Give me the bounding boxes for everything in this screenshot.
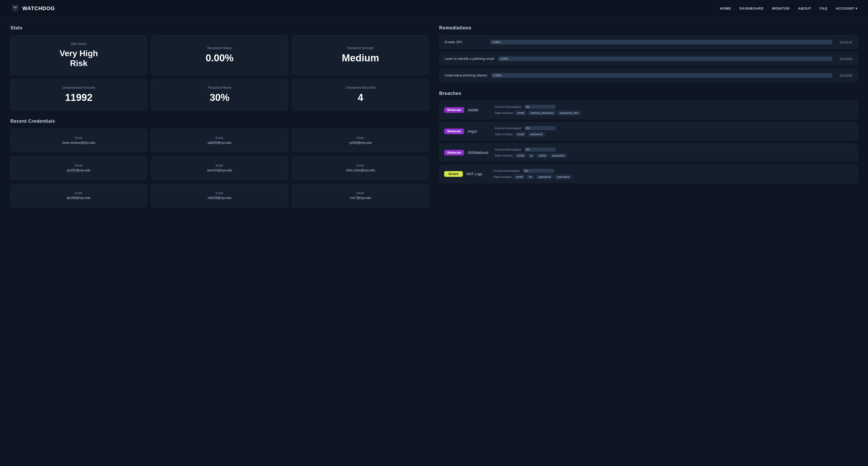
remediation-item-2: Understand phishing attacks 0.00% 0/1204… [439, 69, 858, 82]
nav-monitor[interactable]: MONITOR [772, 6, 790, 10]
breach-data-included-0: Data Included: email hashed_password pas… [495, 111, 852, 115]
breach-data-included-2: Data Included: email ip name password [495, 153, 852, 158]
remediations-title: Remediations [439, 25, 858, 31]
cred-value-6: jbc289@nyu.edu [67, 196, 90, 200]
breach-remediated-1: Percent Remediated: 0% [495, 126, 852, 130]
breach-name-1: imgur [468, 129, 491, 134]
stat-card-password-reuse: Password Reuse 30% [151, 79, 288, 110]
breach-remediated-0: Percent Remediated: 0% [495, 105, 852, 109]
breach-data-included-3: Data Included: email for password userna… [494, 174, 852, 179]
progress-bar-bg-0: 0.00% [490, 40, 832, 45]
credential-card-7[interactable]: Email: naf226@nyu.edu [151, 184, 288, 207]
right-panel: Remediations Enable 2FA 0.00% 0/12116 Le… [439, 25, 858, 207]
remediation-count-2: 0/12043 [837, 74, 852, 78]
severity-badge-2: Moderate [444, 150, 464, 155]
remediation-progress-1: 0.00% [498, 56, 832, 61]
breaches-title: Breaches [439, 91, 858, 96]
left-panel: Stats Risk Status Very HighRisk Resoluti… [10, 25, 429, 207]
nav-about[interactable]: ABOUT [798, 6, 811, 10]
breach-progress-text-1: 0% [526, 127, 530, 129]
remediation-label-0: Enable 2FA [445, 40, 486, 45]
svg-point-5 [16, 8, 18, 11]
breach-data-label-0: Data Included: [495, 111, 513, 114]
stat-value-1: 0.00% [206, 52, 234, 64]
nav-account[interactable]: ACCOUNT ▾ [836, 6, 858, 10]
cred-label-4: Email: [216, 164, 224, 167]
cred-label-7: Email: [216, 192, 224, 195]
breach-item-imgur: Moderate imgur Percent Remediated: 0% Da… [439, 122, 858, 140]
nav-links: HOME DASHBOARD MONITOR ABOUT FAQ ACCOUNT… [720, 6, 858, 10]
breach-remediated-label-2: Percent Remediated: [495, 148, 522, 151]
breach-data-included-1: Data Included: email password [495, 132, 852, 137]
cred-value-4: amr413@nyu.edu [207, 169, 232, 172]
remediation-item-0: Enable 2FA 0.00% 0/12116 [439, 35, 858, 49]
credential-card-4[interactable]: Email: amr413@nyu.edu [151, 156, 288, 180]
breach-details-3: Percent Remediated: 0% Data Included: em… [494, 169, 852, 179]
remediation-progress-2: 0.00% [491, 73, 832, 78]
remediation-label-1: Learn to identify a phishing email [445, 56, 494, 61]
breach-progress-text-2: 0% [526, 148, 530, 151]
nav-home[interactable]: HOME [720, 6, 731, 10]
progress-bar-bg-1: 0.00% [498, 56, 832, 61]
credential-card-5[interactable]: Email: chris.colon@nyu.edu [292, 156, 429, 180]
breach-details-2: Percent Remediated: 0% Data Included: em… [495, 147, 852, 158]
stats-title: Stats [10, 25, 429, 31]
remediation-item-1: Learn to identify a phishing email 0.00%… [439, 52, 858, 65]
data-tag-2-2: name [536, 153, 548, 158]
stat-value-4: 30% [210, 92, 229, 104]
logo-text: WATCHDOG [22, 5, 55, 11]
progress-text-0: 0.00% [493, 40, 500, 44]
breach-progress-bg-0: 0% [524, 105, 556, 109]
logo[interactable]: WATCHDOG [10, 4, 55, 13]
chevron-down-icon: ▾ [856, 6, 858, 10]
credential-card-3[interactable]: Email: jaz252@nyu.edu [10, 156, 147, 180]
breach-data-label-2: Data Included: [495, 154, 513, 157]
data-tag-0-1: hashed_password [528, 111, 556, 115]
main-content: Stats Risk Status Very HighRisk Resoluti… [0, 17, 868, 215]
breach-list: Moderate Adobe Percent Remediated: 0% Da… [439, 101, 858, 183]
cred-label-6: Email: [75, 192, 83, 195]
credential-card-0[interactable]: Email: kevin.schiesz@nyu.edu [10, 129, 147, 152]
svg-point-2 [14, 7, 15, 8]
svg-point-4 [13, 8, 14, 11]
nav-dashboard[interactable]: DASHBOARD [739, 6, 764, 10]
navbar: WATCHDOG HOME DASHBOARD MONITOR ABOUT FA… [0, 0, 868, 17]
stat-card-password-strength: Password Strength Medium [292, 35, 429, 75]
data-tag-2-3: password [550, 153, 567, 158]
credential-card-6[interactable]: Email: jbc289@nyu.edu [10, 184, 147, 207]
nav-faq[interactable]: FAQ [820, 6, 828, 10]
breach-remediated-label-3: Percent Remediated: [494, 169, 520, 172]
stat-card-resolution: Resolution Status 0.00% [151, 35, 288, 75]
cred-label-5: Email: [356, 164, 365, 167]
credential-card-8[interactable]: Email: cmr7@nyu.edu [292, 184, 429, 207]
stat-card-risk-status: Risk Status Very HighRisk [10, 35, 147, 75]
data-tag-3-1: for [527, 174, 534, 179]
remediation-progress-0: 0.00% [490, 40, 832, 45]
cred-label-1: Email: [216, 136, 224, 139]
data-tag-3-0: email [514, 174, 525, 179]
breach-progress-bg-3: 0% [523, 169, 554, 173]
breach-remediated-label-1: Percent Remediated: [495, 127, 522, 130]
breach-details-0: Percent Remediated: 0% Data Included: em… [495, 105, 852, 115]
credential-card-2[interactable]: Email: ryi200@nyu.edu [292, 129, 429, 152]
data-tag-2-0: email [515, 153, 526, 158]
data-tag-0-0: email [515, 111, 526, 115]
breach-progress-bg-2: 0% [524, 147, 556, 152]
stat-value-3: 11992 [65, 92, 93, 104]
breach-data-label-1: Data Included: [495, 133, 513, 136]
stat-label-4: Password Reuse [208, 86, 231, 90]
stats-grid: Risk Status Very HighRisk Resolution Sta… [10, 35, 429, 110]
severity-badge-3: Severe [444, 171, 463, 177]
stat-card-unresolved: Unresolved Breached 4 [292, 79, 429, 110]
breach-item-000webhost: Moderate 000Webhost Percent Remediated: … [439, 144, 858, 162]
severity-badge-1: Moderate [444, 128, 464, 134]
credential-card-1[interactable]: Email: pdt205@nyu.edu [151, 129, 288, 152]
credentials-title: Recent Credentials [10, 119, 429, 124]
progress-bar-bg-2: 0.00% [491, 73, 832, 78]
breach-details-1: Percent Remediated: 0% Data Included: em… [495, 126, 852, 137]
stat-label-2: Password Strength [347, 46, 373, 51]
breach-item-ratlogs: Severe RAT Logs Percent Remediated: 0% D… [439, 165, 858, 183]
data-tag-1-1: password [528, 132, 545, 137]
breach-remediated-label-0: Percent Remediated: [495, 105, 522, 109]
remediation-count-0: 0/12116 [837, 40, 852, 44]
